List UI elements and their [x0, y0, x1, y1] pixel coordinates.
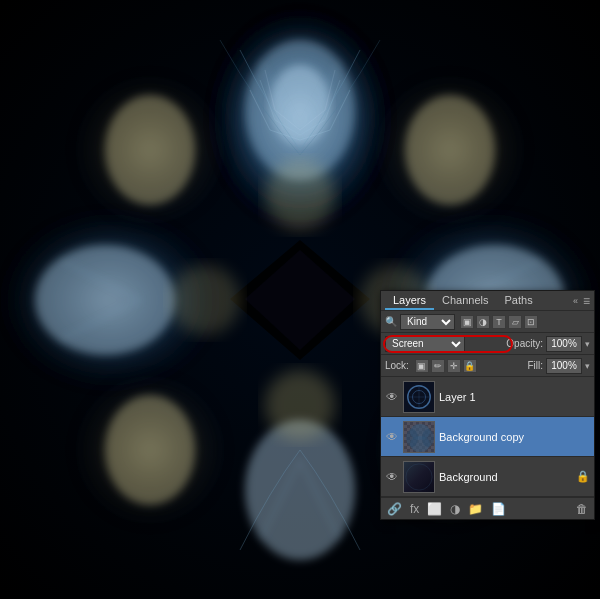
layer-name-layer1: Layer 1	[439, 391, 590, 403]
kind-select[interactable]: Kind	[400, 314, 455, 330]
pixel-filter-icon[interactable]: ▣	[460, 315, 474, 329]
lock-label: Lock:	[385, 360, 409, 371]
svg-rect-35	[404, 462, 434, 492]
lock-image-icon[interactable]: ✏	[431, 359, 445, 373]
opacity-input[interactable]	[546, 336, 582, 352]
new-group-button[interactable]: 📁	[466, 502, 485, 516]
opacity-label: Opacity:	[506, 338, 543, 349]
add-mask-button[interactable]: ⬜	[425, 502, 444, 516]
layer-thumbnail-bgcopy	[403, 421, 435, 453]
lock-icons: ▣ ✏ ✛ 🔒	[415, 359, 477, 373]
lock-position-icon[interactable]: ✛	[447, 359, 461, 373]
svg-point-20	[265, 160, 335, 230]
visibility-eye-bg[interactable]: 👁	[385, 470, 399, 484]
fx-button[interactable]: fx	[408, 502, 421, 516]
new-adjustment-button[interactable]: ◑	[448, 502, 462, 516]
type-filter-icon[interactable]: T	[492, 315, 506, 329]
layer-name-bgcopy: Background copy	[439, 431, 590, 443]
svg-point-13	[405, 95, 495, 205]
panel-header: Layers Channels Paths « ≡	[381, 291, 594, 311]
smartobj-filter-icon[interactable]: ⊡	[524, 315, 538, 329]
layers-list: 👁 Layer 1 👁	[381, 377, 594, 497]
layers-panel: Layers Channels Paths « ≡ 🔍 Kind ▣ ◑ T ▱…	[380, 290, 595, 520]
layer-thumbnail-bg	[403, 461, 435, 493]
layer-thumbnail-layer1	[403, 381, 435, 413]
tab-paths[interactable]: Paths	[497, 292, 541, 310]
svg-point-32	[406, 429, 418, 447]
visibility-eye-layer1[interactable]: 👁	[385, 390, 399, 404]
lock-pixels-icon[interactable]: ▣	[415, 359, 429, 373]
svg-point-5	[245, 420, 355, 560]
lock-fill-row: Lock: ▣ ✏ ✛ 🔒 Fill: ▾	[381, 355, 594, 377]
blend-mode-select[interactable]: Screen	[385, 336, 465, 352]
svg-point-22	[170, 265, 240, 335]
tab-channels[interactable]: Channels	[434, 292, 496, 310]
filter-icons: ▣ ◑ T ▱ ⊡	[460, 315, 538, 329]
visibility-eye-bgcopy[interactable]: 👁	[385, 430, 399, 444]
panel-footer: 🔗 fx ⬜ ◑ 📁 📄 🗑	[381, 497, 594, 519]
filter-row: 🔍 Kind ▣ ◑ T ▱ ⊡	[381, 311, 594, 333]
search-icon: 🔍	[385, 316, 397, 327]
layer-lock-icon: 🔒	[576, 470, 590, 483]
lock-all-icon[interactable]: 🔒	[463, 359, 477, 373]
link-layers-button[interactable]: 🔗	[385, 502, 404, 516]
fill-input[interactable]	[546, 358, 582, 374]
collapse-icon[interactable]: «	[573, 296, 578, 306]
panel-controls-right: « ≡	[573, 294, 590, 308]
panel-tabs: Layers Channels Paths	[385, 292, 573, 310]
shape-filter-icon[interactable]: ▱	[508, 315, 522, 329]
blend-opacity-row: Screen Opacity: ▾	[381, 333, 594, 355]
layer-row[interactable]: 👁 Background copy	[381, 417, 594, 457]
svg-point-15	[105, 395, 195, 505]
opacity-arrow[interactable]: ▾	[585, 339, 590, 349]
layer-name-bg: Background	[439, 471, 572, 483]
layer-row[interactable]: 👁 Background 🔒	[381, 457, 594, 497]
fill-arrow[interactable]: ▾	[585, 361, 590, 371]
svg-point-21	[265, 370, 335, 440]
delete-layer-button[interactable]: 🗑	[574, 502, 590, 516]
adjustment-filter-icon[interactable]: ◑	[476, 315, 490, 329]
svg-point-7	[35, 245, 175, 355]
layer-row[interactable]: 👁 Layer 1	[381, 377, 594, 417]
tab-layers[interactable]: Layers	[385, 292, 434, 310]
svg-point-11	[105, 95, 195, 205]
fill-label: Fill:	[527, 360, 543, 371]
svg-point-33	[422, 429, 434, 447]
new-layer-button[interactable]: 📄	[489, 502, 508, 516]
panel-menu-icon[interactable]: ≡	[583, 294, 590, 308]
